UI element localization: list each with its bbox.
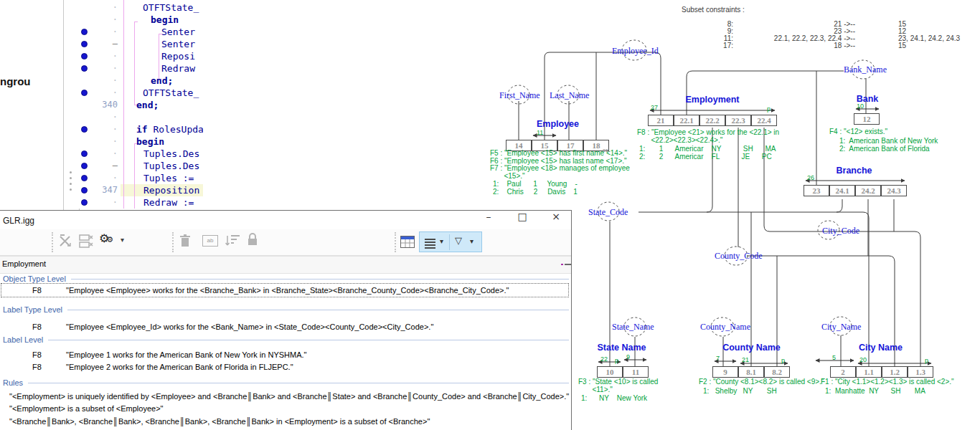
- gears-icon[interactable]: ⚙⚙: [99, 231, 113, 245]
- gears-dropdown-icon[interactable]: ▾: [121, 236, 124, 244]
- role-box[interactable]: 24.3: [881, 185, 907, 196]
- fact-city: F1 : "City <1.1><1.2><1.3> is called <2>…: [821, 378, 954, 386]
- trash-icon[interactable]: [179, 234, 191, 251]
- screen: ngrou ·OTFTState_ ·begin ·Senter –Senter…: [0, 0, 980, 430]
- role-box[interactable]: 1.3: [908, 366, 933, 378]
- document-row[interactable]: Employment: [0, 256, 571, 274]
- rule-row[interactable]: "<Branche║Bank>, <Branche║Bank>, <Branch…: [9, 417, 430, 426]
- dialog-title: GLR.igg: [3, 216, 34, 226]
- toolbar-separator: [52, 232, 53, 252]
- minimize-button[interactable]: –: [475, 211, 502, 229]
- lock-icon[interactable]: [247, 233, 258, 249]
- rule-row[interactable]: "<Employment> is a subset of <Employee>": [9, 404, 163, 413]
- section-header-label-type: Label Type Level: [3, 305, 569, 315]
- role-box[interactable]: 23: [804, 185, 829, 196]
- role-box[interactable]: 22.4: [751, 115, 777, 126]
- uc-number: 7: [716, 355, 720, 362]
- facts-employee: F5 : "Employee <15> has first name <14>.…: [490, 150, 630, 180]
- uc-number: 27: [651, 104, 658, 111]
- role-box[interactable]: 21: [648, 115, 674, 126]
- verbalizer-dialog: GLR.igg – □ × ⚙⚙ ▾ a: [0, 210, 572, 430]
- dictionary-icon[interactable]: ab: [202, 235, 218, 247]
- role-box[interactable]: 22.2: [699, 115, 725, 126]
- label-state-code[interactable]: State_Code: [588, 207, 628, 218]
- label-last-name[interactable]: Last_Name: [550, 90, 589, 101]
- uc-number: 21: [742, 356, 749, 363]
- label-city-code[interactable]: City_Code: [822, 226, 859, 236]
- role-box[interactable]: 8.1: [738, 366, 764, 378]
- role-box[interactable]: 1.2: [882, 366, 908, 378]
- facttype-title-state-name[interactable]: State Name: [588, 343, 656, 353]
- line-style-dropdown-icon[interactable]: ▾: [440, 237, 443, 245]
- check-rows-icon[interactable]: [79, 234, 96, 252]
- role-box[interactable]: 12: [854, 113, 880, 125]
- data-employee: 1: Paul 1 Young - 2: Chris 2 Davis 1: [493, 181, 578, 196]
- facttype-title-employment[interactable]: Employment: [673, 95, 752, 105]
- label-bank-name[interactable]: Bank_Name: [844, 64, 887, 75]
- uc-number: 22: [600, 355, 608, 363]
- uc-number: 5: [832, 354, 836, 361]
- label-county-name[interactable]: County_Name: [700, 322, 750, 333]
- uc-primary-mark: p: [767, 105, 771, 113]
- data-city: 1: Manhatte NY SH MA: [825, 388, 925, 396]
- label-state-name[interactable]: State_Name: [612, 322, 654, 333]
- fact-bank: F4 : "<12> exists.": [829, 128, 887, 136]
- sort-icon[interactable]: [225, 234, 241, 250]
- uc-primary-mark: p: [615, 357, 618, 364]
- uc-number: 9: [626, 353, 630, 360]
- uc-primary-mark: p: [781, 357, 785, 364]
- role-box[interactable]: 11: [623, 366, 649, 378]
- uc-number: 20: [859, 356, 867, 363]
- section-header-rules: Rules: [3, 378, 569, 388]
- uc-number: 10: [857, 102, 864, 110]
- line-style-icon[interactable]: [425, 237, 435, 250]
- dialog-toolbar: ⚙⚙ ▾ ab ▾: [0, 229, 571, 256]
- role-box[interactable]: 24.2: [855, 185, 881, 196]
- subset-constraints-title: Subset constraints :: [682, 6, 745, 14]
- role-box[interactable]: 22.3: [725, 115, 751, 126]
- transform-icon[interactable]: [57, 234, 73, 252]
- close-button[interactable]: ×: [542, 211, 570, 229]
- facttype-title-employee[interactable]: Employee: [527, 119, 588, 129]
- maximize-button[interactable]: □: [509, 211, 536, 229]
- toolbar-separator: [395, 232, 396, 252]
- document-label: Employment: [2, 259, 46, 268]
- facttype-title-bank[interactable]: Bank: [846, 94, 889, 104]
- uc-primary-mark: p: [925, 357, 928, 364]
- facts-employment: F8 : "Employee <21> works for the <22.1>…: [637, 129, 779, 144]
- label-city-name[interactable]: City_Name: [821, 322, 861, 333]
- rule-row[interactable]: "<Employment> is uniquely identified by …: [9, 392, 569, 401]
- role-box[interactable]: 24.1: [829, 185, 855, 196]
- role-box[interactable]: 22.1: [674, 115, 699, 126]
- role-box[interactable]: 2: [830, 366, 856, 378]
- legend-list-icon[interactable]: [559, 259, 570, 270]
- facts-state: F3 : "State <10> is called <11>.": [578, 378, 658, 393]
- filter-icon[interactable]: ▽: [455, 235, 462, 246]
- section-header-object-type: Object Type Level: [3, 274, 569, 284]
- section-header-label-level: Label Level: [3, 335, 569, 345]
- role-box[interactable]: 8.2: [764, 366, 790, 378]
- role-box[interactable]: 1.1: [856, 366, 882, 378]
- label-employee-id[interactable]: Employee_Id: [612, 46, 659, 57]
- data-bank: 1: American Bank of New York 2: American…: [839, 138, 938, 153]
- label-county-code[interactable]: County_Code: [715, 251, 763, 262]
- fact-county: F2 : "County <8.1><8.2> is called <9>.": [699, 378, 824, 386]
- role-box[interactable]: 10: [597, 366, 623, 378]
- data-county: 1: Shelby NY SH: [703, 388, 777, 396]
- facttype-title-branche[interactable]: Branche: [827, 166, 881, 176]
- view-options-group: ▾ ▽ ▾: [419, 231, 482, 252]
- role-box[interactable]: 9: [712, 366, 738, 378]
- filter-dropdown-icon[interactable]: ▾: [470, 237, 473, 245]
- toolbar-separator: [172, 232, 174, 252]
- uc-number: 11: [537, 129, 543, 136]
- uc-number: 26: [807, 174, 814, 181]
- grid-view-icon[interactable]: [400, 236, 415, 251]
- data-state: 1: NY New York: [581, 395, 647, 403]
- data-employment: 1: 1 Americar NY SH MA 2: 2 Americar FL …: [639, 145, 776, 161]
- facttype-title-county-name[interactable]: County Name: [714, 343, 789, 353]
- label-first-name[interactable]: First_Name: [499, 90, 540, 101]
- facttype-title-city-name[interactable]: City Name: [847, 343, 915, 353]
